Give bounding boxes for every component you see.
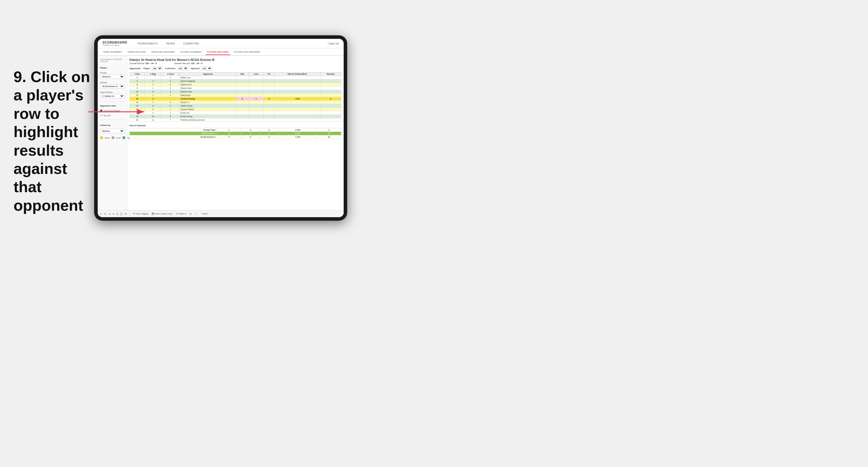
sign-out-link[interactable]: | Sign out	[328, 42, 339, 45]
watch-btn[interactable]: 👁 Watch ▾	[175, 213, 187, 215]
opponent-select[interactable]: (All)	[200, 66, 212, 70]
division-select[interactable]: NCAA Division III	[100, 84, 124, 89]
tab-player-summary[interactable]: PLAYER SUMMARY	[179, 50, 204, 55]
table-row[interactable]: 15 8 5 Stella Cheng	[130, 104, 341, 108]
radio-top-100[interactable]: Top 100	[100, 114, 124, 117]
ood-cell-loss: 0	[241, 132, 260, 135]
table-row[interactable]: 3 1 Esther Lee	[130, 76, 341, 80]
cell-conf	[161, 97, 180, 101]
table-row[interactable]: 19 10 6 Emily Chang	[130, 115, 341, 118]
cell-diff	[274, 90, 320, 94]
nav-committee[interactable]: COMMITTEE	[182, 41, 200, 45]
cell-loss	[249, 87, 264, 90]
tab-player-h2h-heatmap[interactable]: PLAYER H2H HEATMAP	[232, 50, 262, 55]
table-row[interactable]: 16 9 1 Jessica Mason	[130, 108, 341, 111]
cell-reg: 2	[145, 111, 161, 115]
grid-area: Katelyn Vo Head-to-Head Grid for Women's…	[127, 56, 344, 210]
cell-loss	[249, 115, 264, 118]
cell-tie	[264, 115, 274, 118]
annotation-number: 9.	[13, 68, 26, 85]
table-row[interactable]: 20 11 7 Federica Domecq Lacroze	[130, 118, 341, 122]
copy-icon[interactable]: ⎘	[117, 213, 118, 215]
refresh-icon[interactable]: ⟳	[125, 213, 127, 215]
cell-conf: 7	[161, 118, 180, 122]
table-row[interactable]: 5 2 2 Alexis Sudjianto	[130, 80, 341, 83]
cell-diff	[274, 83, 320, 87]
cell-conf: 3	[161, 90, 180, 94]
forward-icon[interactable]: ⇥	[108, 213, 111, 215]
cell-name: Alexis Sudjianto	[180, 80, 236, 83]
table-row[interactable]: 6 1 3 Sydney Kuo	[130, 83, 341, 87]
ood-table-row[interactable]: Foreign Team 1 0 0 4.500 2	[130, 128, 341, 132]
player-rank-select[interactable]: 8. Katelyn Vo	[100, 94, 124, 98]
region-select[interactable]: (All)	[151, 66, 162, 70]
cell-win	[236, 83, 249, 87]
opponent-view-title: Opponent view	[100, 104, 124, 107]
gender-select[interactable]: Women's	[100, 74, 124, 79]
table-row[interactable]: 10 6 3 Andrea York	[130, 90, 341, 94]
ood-cell-tie: 0	[260, 128, 278, 132]
tab-team-h2h-heatmap[interactable]: TEAM H2H HEATMAP	[150, 50, 177, 55]
table-row[interactable]: 13 1 2 Haeji Hyun	[130, 94, 341, 97]
overall-record: Overall Record: 353 - 34 - 6	[129, 62, 157, 65]
cell-name: Emily Chang	[180, 115, 236, 118]
opponent-filter: Opponent (All)	[191, 66, 212, 70]
tab-team-summary[interactable]: TEAM SUMMARY	[101, 50, 124, 55]
cell-name: Jessica Mason	[180, 108, 236, 111]
cell-div: 6	[130, 83, 145, 87]
share-icon: ↑	[201, 213, 202, 215]
cell-conf: 2	[161, 111, 180, 115]
cell-conf: 1	[161, 108, 180, 111]
table-row[interactable]: 18 2 2 Euna Lee	[130, 111, 341, 115]
scissors-icon[interactable]: ✂	[113, 213, 115, 215]
cell-win	[236, 104, 249, 108]
colour-dot-down	[100, 136, 103, 139]
cell-tie	[264, 94, 274, 97]
nav-teams[interactable]: TEAMS	[165, 41, 176, 45]
filters-row: Opponents: Region (All) Conference (All)	[129, 66, 341, 70]
fullscreen-btn[interactable]: ⛶	[194, 213, 198, 215]
radio-opponents-played[interactable]: Opponents Played	[100, 110, 124, 112]
ood-cell-tie: 0	[260, 132, 278, 135]
tab-team-h2h-grid[interactable]: TEAM H2H GRID	[126, 50, 148, 55]
toolbar-sep-1	[129, 212, 130, 216]
ood-cell-diff: 9.267	[279, 132, 317, 135]
cell-tie	[264, 76, 274, 80]
cell-loss	[249, 104, 264, 108]
table-row[interactable]: 13 1 Jessica Huang 0 1 0 -3.00 2	[130, 97, 341, 101]
undo-icon[interactable]: ↩	[100, 213, 102, 215]
ood-cell-diff: 7.400	[279, 135, 317, 139]
player-rank-label: Player (Rank)	[100, 91, 124, 93]
cell-div: 14	[130, 101, 145, 104]
redo-icon[interactable]: ↻	[104, 213, 106, 215]
save-custom-btn[interactable]: 💾 Save Custom View	[151, 213, 173, 215]
cell-div: 3	[130, 76, 145, 80]
share-btn[interactable]: ↑ Share	[200, 213, 209, 215]
paste-icon[interactable]: 📋	[120, 213, 123, 215]
cell-diff	[274, 87, 320, 90]
grid-icon-btn[interactable]: ⊞	[189, 213, 192, 215]
view-original-btn[interactable]: 👁 View: Original	[132, 213, 149, 215]
cell-win	[236, 108, 249, 111]
tab-player-h2h-grid[interactable]: PLAYER H2H GRID	[206, 50, 230, 55]
conference-select[interactable]: (All)	[177, 66, 188, 70]
cell-reg: 1	[145, 87, 161, 90]
cell-conf: 4	[161, 87, 180, 90]
ood-table-row[interactable]: NCAA Division 2 5 0 0 7.400 10	[130, 135, 341, 139]
ood-cell-win: 15	[217, 132, 241, 135]
radio-dot-1	[100, 110, 102, 112]
radio-dot-2	[100, 114, 102, 117]
cell-name: Stella Cheng	[180, 104, 236, 108]
ood-table-row[interactable]: NAIA Division 1 15 0 0 9.267 30	[130, 132, 341, 135]
last-updated: Last Updated: 27/03/2024 16:55:38	[100, 58, 124, 62]
nav-tournaments[interactable]: TOURNAMENTS	[136, 41, 159, 45]
colour-by-select[interactable]: Win/loss	[100, 129, 124, 133]
table-row[interactable]: 14 7 4 Eunice Yi	[130, 101, 341, 104]
watch-icon: 👁	[176, 213, 178, 215]
cell-win	[236, 111, 249, 115]
table-row[interactable]: 9 1 4 Sharon Mun	[130, 87, 341, 90]
cell-win	[236, 76, 249, 80]
cell-loss: 1	[249, 97, 264, 101]
cell-loss	[249, 90, 264, 94]
cell-rounds	[320, 94, 341, 97]
